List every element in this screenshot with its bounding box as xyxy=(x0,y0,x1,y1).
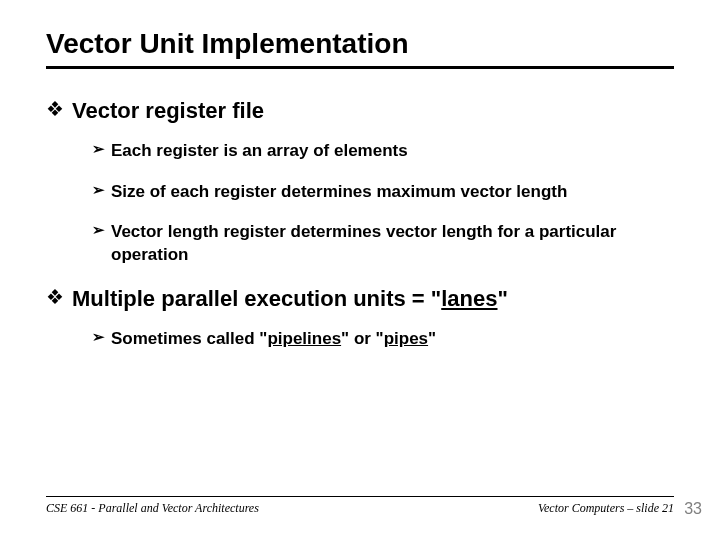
bullet-level1: ❖ Multiple parallel execution units = "l… xyxy=(46,285,674,314)
text-segment: Multiple parallel execution units = " xyxy=(72,286,441,311)
text-segment: " xyxy=(498,286,508,311)
bullet-text: Sometimes called "pipelines" or "pipes" xyxy=(111,328,436,351)
arrow-icon: ➢ xyxy=(92,181,105,200)
text-segment: Sometimes called " xyxy=(111,329,267,348)
bullet-text: Vector register file xyxy=(72,97,264,126)
page-title: Vector Unit Implementation xyxy=(46,28,674,69)
underlined-term: lanes xyxy=(441,286,497,311)
footer-left: CSE 661 - Parallel and Vector Architectu… xyxy=(46,501,259,516)
slide: Vector Unit Implementation ❖ Vector regi… xyxy=(0,0,720,540)
arrow-icon: ➢ xyxy=(92,221,105,240)
bullet-level1: ❖ Vector register file xyxy=(46,97,674,126)
bullet-text: Multiple parallel execution units = "lan… xyxy=(72,285,508,314)
underlined-term: pipelines xyxy=(267,329,341,348)
text-segment: " or " xyxy=(341,329,384,348)
text-segment: " xyxy=(428,329,436,348)
bullet-text: Each register is an array of elements xyxy=(111,140,408,163)
bullet-text: Size of each register determines maximum… xyxy=(111,181,567,204)
page-number: 33 xyxy=(684,500,702,518)
underlined-term: pipes xyxy=(384,329,428,348)
bullet-level2: ➢ Sometimes called "pipelines" or "pipes… xyxy=(92,328,674,351)
diamond-icon: ❖ xyxy=(46,285,64,309)
footer: CSE 661 - Parallel and Vector Architectu… xyxy=(46,496,674,516)
bullet-level2: ➢ Vector length register determines vect… xyxy=(92,221,674,267)
bullet-level2: ➢ Size of each register determines maxim… xyxy=(92,181,674,204)
bullet-level2: ➢ Each register is an array of elements xyxy=(92,140,674,163)
footer-right: Vector Computers – slide 21 xyxy=(538,501,674,516)
arrow-icon: ➢ xyxy=(92,328,105,347)
diamond-icon: ❖ xyxy=(46,97,64,121)
arrow-icon: ➢ xyxy=(92,140,105,159)
bullet-text: Vector length register determines vector… xyxy=(111,221,644,267)
